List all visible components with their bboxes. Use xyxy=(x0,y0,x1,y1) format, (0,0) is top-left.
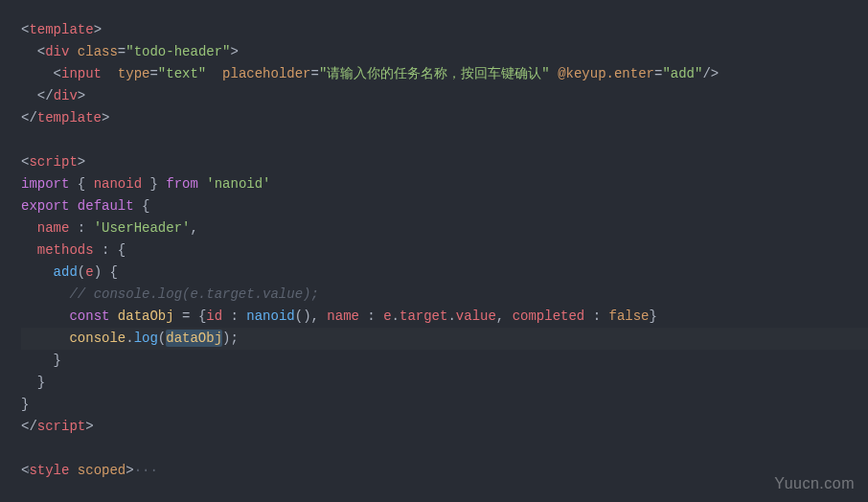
code-line[interactable]: <div class="todo-header"> xyxy=(21,41,868,63)
code-line[interactable]: } xyxy=(21,350,868,372)
code-line[interactable] xyxy=(21,129,868,151)
code-line[interactable]: } xyxy=(21,394,868,416)
code-line[interactable]: } xyxy=(21,372,868,394)
code-line[interactable]: </script> xyxy=(21,416,868,438)
code-line[interactable]: console.log(dataObj); xyxy=(21,328,868,350)
code-line[interactable]: add(e) { xyxy=(21,262,868,284)
code-line[interactable]: <template> xyxy=(21,19,868,41)
code-line[interactable]: ›<style scoped>··· xyxy=(21,460,868,482)
fold-icon[interactable]: › xyxy=(25,460,32,482)
code-line[interactable]: </template> xyxy=(21,107,868,129)
code-line[interactable]: const dataObj = {id : nanoid(), name : e… xyxy=(21,306,868,328)
code-line[interactable]: export default { xyxy=(21,195,868,217)
code-line[interactable]: methods : { xyxy=(21,240,868,262)
code-line[interactable] xyxy=(21,438,868,460)
code-line[interactable]: import { nanoid } from 'nanoid' xyxy=(21,173,868,195)
code-line[interactable]: name : 'UserHeader', xyxy=(21,217,868,240)
code-editor[interactable]: <template> <div class="todo-header"> <in… xyxy=(0,0,868,482)
code-line[interactable]: // console.log(e.target.value); xyxy=(21,284,868,306)
watermark: Yuucn.com xyxy=(774,472,855,494)
code-line[interactable]: </div> xyxy=(21,85,868,107)
code-line[interactable]: <script> xyxy=(21,151,868,173)
code-line[interactable]: <input type="text" placeholder="请输入你的任务名… xyxy=(21,63,868,85)
